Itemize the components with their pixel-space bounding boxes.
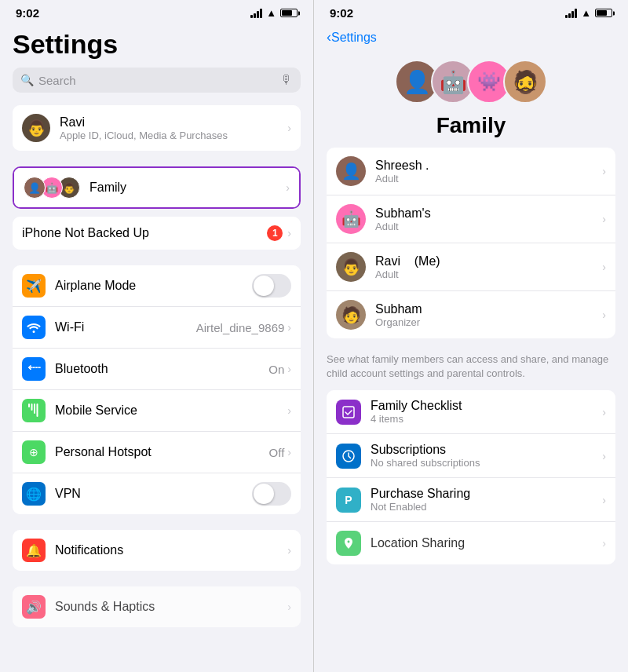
airplane-label: Airplane Mode <box>55 279 136 292</box>
checklist-icon <box>336 400 361 425</box>
profile-avatar: 👨 <box>22 114 50 142</box>
airplane-toggle[interactable] <box>252 274 291 298</box>
backup-section: iPhone Not Backed Up 1 › <box>13 217 301 250</box>
wifi-row[interactable]: Wi-Fi Airtel_dine_9869 › <box>13 307 301 349</box>
notifications-text: Notifications <box>55 543 287 557</box>
back-button[interactable]: Settings <box>331 31 377 45</box>
vpn-toggle[interactable] <box>252 482 291 506</box>
family-row-label: Family <box>89 181 126 195</box>
sounds-text: Sounds & Haptics <box>55 600 287 614</box>
member-row-ravi[interactable]: 👨 Ravi (Me) Adult › <box>327 243 615 291</box>
vpn-text: VPN <box>55 487 252 501</box>
profile-chevron: › <box>287 122 291 134</box>
member-info-subhams: Subham's Adult <box>375 206 602 232</box>
location-label: Location Sharing <box>371 536 602 550</box>
search-placeholder: Search <box>38 74 76 87</box>
purchase-label: Purchase Sharing <box>371 487 602 501</box>
bluetooth-chevron: › <box>287 363 291 375</box>
member-avatar-subhams: 🤖 <box>336 204 366 234</box>
backup-row[interactable]: iPhone Not Backed Up 1 › <box>13 217 301 250</box>
family-avatars: 👤 🤖 👨 <box>24 177 80 199</box>
member-row-shreesh[interactable]: 👤 Shreesh . Adult › <box>327 148 615 195</box>
left-status-bar: 9:02 ▲ <box>0 0 313 23</box>
microphone-icon[interactable]: 🎙 <box>280 73 293 87</box>
search-icon: 🔍 <box>20 74 34 86</box>
checklist-subtitle: 4 items <box>371 413 602 425</box>
sounds-chevron: › <box>287 601 291 613</box>
backup-label: iPhone Not Backed Up <box>22 226 149 239</box>
shreesh-chevron: › <box>602 165 606 177</box>
airplane-icon: ✈️ <box>22 274 46 298</box>
vpn-label: VPN <box>55 487 81 500</box>
family-title-section: Family <box>314 107 628 148</box>
subscriptions-info: Subscriptions No shared subscriptions <box>371 443 602 469</box>
notifications-icon: 🔔 <box>22 539 46 562</box>
vpn-icon: 🌐 <box>22 482 46 506</box>
backup-chevron: › <box>287 227 291 239</box>
family-section-highlight[interactable]: 👤 🤖 👨 Family › <box>13 166 301 209</box>
member-avatar-subham: 🧑 <box>336 300 366 330</box>
header-avatar-group: 👤 🤖 👾 🧔 <box>395 60 547 104</box>
bluetooth-row[interactable]: ⬸ Bluetooth On › <box>13 349 301 390</box>
checklist-chevron: › <box>602 406 606 418</box>
location-info: Location Sharing <box>371 536 602 550</box>
right-status-icons: ▲ <box>565 7 612 19</box>
purchase-icon: P <box>336 488 361 513</box>
airplane-row[interactable]: ✈️ Airplane Mode <box>13 265 301 307</box>
notifications-label: Notifications <box>55 543 123 557</box>
member-info-subham: Subham Organizer <box>375 302 602 328</box>
features-section: Family Checklist 4 items › Subscriptions… <box>327 390 615 564</box>
mobile-label: Mobile Service <box>55 404 137 417</box>
wifi-settings-icon <box>22 316 46 339</box>
checklist-label: Family Checklist <box>371 399 602 413</box>
back-nav[interactable]: ‹ Settings <box>314 23 628 52</box>
profile-subtitle: Apple ID, iCloud, Media & Purchases <box>60 130 287 141</box>
left-status-icons: ▲ <box>250 7 298 19</box>
subscriptions-row[interactable]: Subscriptions No shared subscriptions › <box>327 434 615 478</box>
subscriptions-chevron: › <box>602 450 606 462</box>
member-name-subham: Subham <box>375 302 602 316</box>
subhams-chevron: › <box>602 213 606 225</box>
member-row-subhams[interactable]: 🤖 Subham's Adult › <box>327 195 615 243</box>
search-bar[interactable]: 🔍 Search 🎙 <box>13 68 301 93</box>
hotspot-row[interactable]: ⊕ Personal Hotspot Off › <box>13 432 301 473</box>
svg-rect-1 <box>31 404 33 411</box>
bluetooth-value: On <box>268 363 284 376</box>
family-row[interactable]: 👤 🤖 👨 Family › <box>14 168 299 207</box>
sounds-row[interactable]: 🔊 Sounds & Haptics › <box>13 586 301 627</box>
notifications-row[interactable]: 🔔 Notifications › <box>13 530 301 571</box>
family-avatar-header: 👤 🤖 👾 🧔 <box>314 52 628 107</box>
members-section: 👤 Shreesh . Adult › 🤖 Subham's Adult › 👨 <box>327 148 615 338</box>
vpn-row[interactable]: 🌐 VPN <box>13 473 301 514</box>
ravi-chevron: › <box>602 261 606 273</box>
member-name-shreesh: Shreesh . <box>375 159 602 173</box>
sounds-section-partial: 🔊 Sounds & Haptics › <box>13 586 301 627</box>
purchase-row[interactable]: P Purchase Sharing Not Enabled › <box>327 478 615 522</box>
network-section: ✈️ Airplane Mode Wi-Fi Airtel_dine_9869 … <box>13 265 301 514</box>
hotspot-value: Off <box>269 446 285 459</box>
hotspot-icon: ⊕ <box>22 440 46 464</box>
member-row-subham[interactable]: 🧑 Subham Organizer › <box>327 291 615 338</box>
svg-rect-3 <box>37 404 38 417</box>
wifi-text: Wi-Fi <box>55 320 196 334</box>
checklist-row[interactable]: Family Checklist 4 items › <box>327 390 615 434</box>
family-chevron: › <box>286 181 290 194</box>
mobile-row[interactable]: Mobile Service › <box>13 390 301 432</box>
purchase-chevron: › <box>602 494 606 506</box>
family-avatar-1: 👤 <box>24 177 46 199</box>
member-name-subhams: Subham's <box>375 206 602 221</box>
family-description: See what family members can access and s… <box>314 348 628 390</box>
wifi-value: Airtel_dine_9869 <box>196 321 285 334</box>
member-info-shreesh: Shreesh . Adult <box>375 159 602 184</box>
family-page-title: Family <box>314 113 628 138</box>
svg-rect-0 <box>28 404 30 407</box>
sounds-icon: 🔊 <box>22 595 46 619</box>
hotspot-chevron: › <box>287 446 291 458</box>
member-role-subham: Organizer <box>375 316 602 328</box>
location-row[interactable]: Location Sharing › <box>327 522 615 564</box>
profile-row[interactable]: 👨 Ravi Apple ID, iCloud, Media & Purchas… <box>13 105 301 151</box>
member-info-ravi: Ravi (Me) Adult <box>375 254 602 280</box>
notifications-chevron: › <box>287 544 291 557</box>
subscriptions-label: Subscriptions <box>371 443 602 457</box>
signal-icon <box>250 9 262 18</box>
